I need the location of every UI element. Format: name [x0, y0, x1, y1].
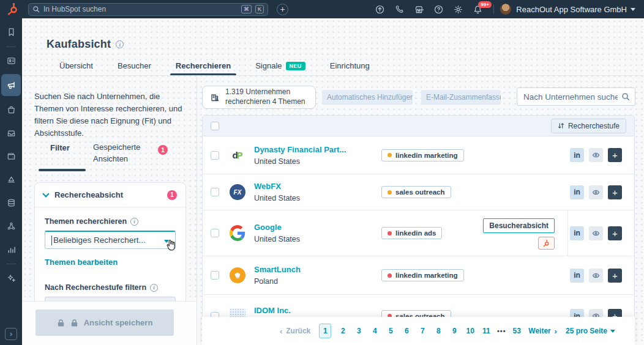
- reporting-chart-icon[interactable]: [2, 239, 20, 259]
- tab-uebersicht[interactable]: Übersicht: [59, 56, 93, 75]
- row-checkbox[interactable]: [211, 188, 219, 196]
- company-name-link[interactable]: Dynasty Financial Part...: [254, 145, 332, 154]
- add-company-button[interactable]: +: [608, 185, 622, 199]
- commerce-wallet-icon[interactable]: [2, 146, 20, 166]
- email-summary-button[interactable]: E-Mail-Zusammenfassung hinzuf: [421, 90, 501, 105]
- sidebar-divider: [6, 264, 16, 264]
- auto-add-button[interactable]: Automatisches Hinzufügen einric: [322, 90, 413, 105]
- linkedin-button[interactable]: in: [570, 148, 584, 162]
- data-database-icon[interactable]: [2, 193, 20, 212]
- stage-info-icon[interactable]: i: [150, 284, 158, 292]
- sidebar-expand-icon[interactable]: ›: [5, 328, 17, 340]
- page-6[interactable]: 6: [399, 327, 414, 335]
- hubspot-logo-icon[interactable]: [6, 2, 20, 16]
- account-name[interactable]: ReachOut App Software GmbH: [516, 5, 627, 14]
- page-1-active[interactable]: 1: [319, 324, 331, 338]
- table-row[interactable]: SmartLunch Poland linkedin marketing in …: [203, 256, 634, 295]
- page-7[interactable]: 7: [414, 327, 430, 335]
- company-name-link[interactable]: WebFX: [254, 182, 332, 191]
- marketing-megaphone-icon[interactable]: [1, 74, 21, 96]
- sidebar-divider: [6, 46, 16, 47]
- company-name-link[interactable]: Google: [254, 223, 332, 232]
- contacts-icon[interactable]: [2, 51, 20, 70]
- help-icon[interactable]: [429, 0, 448, 18]
- row-checkbox[interactable]: [211, 271, 219, 280]
- preview-eye-button[interactable]: [589, 226, 603, 240]
- upgrade-icon[interactable]: [370, 0, 389, 18]
- caret-down-icon: [610, 330, 615, 333]
- topics-info-icon[interactable]: i: [130, 218, 138, 226]
- page-3[interactable]: 3: [351, 327, 367, 335]
- page-8[interactable]: 8: [430, 327, 446, 335]
- table-row[interactable]: FX WebFX United States sales outreach in: [203, 174, 634, 210]
- filter-panel: Suchen Sie nach Unternehmen, die Themen …: [22, 76, 197, 345]
- card-header[interactable]: Rechercheabsicht 1: [35, 183, 185, 207]
- page-5[interactable]: 5: [383, 327, 399, 335]
- company-search-input[interactable]: [523, 92, 618, 102]
- page-10[interactable]: 10: [462, 327, 478, 335]
- pagination-back[interactable]: Zurück: [286, 327, 310, 335]
- add-company-button[interactable]: +: [608, 148, 622, 162]
- page-2[interactable]: 2: [335, 327, 351, 335]
- notifications-bell-icon[interactable]: 99+: [468, 0, 487, 18]
- settings-gear-icon[interactable]: [448, 0, 468, 18]
- prev-chevron-icon[interactable]: ‹: [276, 327, 286, 336]
- companies-summary-pill[interactable]: 1.319 Unternehmen recherchieren 4 Themen: [202, 86, 316, 109]
- panel-tab-filter[interactable]: Filter: [50, 143, 70, 152]
- add-company-button[interactable]: +: [608, 226, 622, 240]
- table-row[interactable]: Google United States linkedin ads Besuch…: [203, 210, 634, 256]
- bookmark-icon[interactable]: [2, 22, 20, 42]
- topic-tag: linkedin marketing: [381, 149, 464, 161]
- tab-besucher[interactable]: Besucher: [118, 56, 151, 75]
- linkedin-button[interactable]: in: [570, 226, 584, 240]
- linkedin-button[interactable]: in: [570, 185, 584, 199]
- per-page-selector[interactable]: 25 pro Seite: [566, 327, 615, 335]
- sort-recherchestufe-button[interactable]: Recherchestufe: [551, 119, 626, 133]
- preview-eye-button[interactable]: [589, 269, 603, 283]
- tab-einrichtung[interactable]: Einrichtung: [330, 56, 370, 75]
- network-share-icon[interactable]: [2, 216, 20, 236]
- preview-eye-button[interactable]: [589, 148, 603, 162]
- top-navigation-bar: ⌘ K +: [0, 0, 644, 18]
- page-11[interactable]: 11: [478, 327, 494, 335]
- marketplace-icon[interactable]: [409, 0, 429, 18]
- account-avatar[interactable]: [500, 4, 511, 15]
- save-view-button[interactable]: Ansicht speichern: [36, 310, 174, 336]
- ai-sparkle-icon[interactable]: [2, 268, 20, 288]
- preview-eye-button[interactable]: [589, 185, 603, 199]
- global-search-bar[interactable]: ⌘ K: [28, 3, 268, 16]
- panel-tab-saved-views[interactable]: Gespeicherte Ansichten: [93, 142, 149, 165]
- sales-bag-icon[interactable]: [2, 100, 20, 119]
- company-name-link[interactable]: IDOM Inc.: [254, 306, 332, 315]
- calls-icon[interactable]: [389, 0, 409, 18]
- edit-topics-link[interactable]: Themen bearbeiten: [45, 258, 118, 267]
- row-checkbox[interactable]: [211, 151, 219, 160]
- page-9[interactable]: 9: [446, 327, 462, 335]
- filter-tab-underline: [39, 169, 86, 171]
- automation-funnel-icon[interactable]: [2, 169, 20, 189]
- table-row[interactable]: dP Dynasty Financial Part... United Stat…: [203, 136, 634, 174]
- account-caret-icon[interactable]: [631, 8, 635, 11]
- card-title: Rechercheabsicht: [54, 190, 161, 199]
- topics-select[interactable]: Beliebiges Recherchert...: [45, 231, 176, 249]
- global-search-input[interactable]: [43, 5, 238, 13]
- company-name-link[interactable]: SmartLunch: [254, 265, 332, 274]
- notification-count-badge: 99+: [478, 1, 492, 8]
- company-logo: [230, 267, 245, 283]
- hubspot-sprocket-badge[interactable]: [538, 237, 555, 250]
- linkedin-button[interactable]: in: [570, 269, 584, 283]
- page-53[interactable]: 53: [509, 327, 525, 335]
- row-checkbox[interactable]: [211, 229, 219, 237]
- add-company-button[interactable]: +: [608, 269, 622, 283]
- tab-signale[interactable]: Signale NEU: [255, 56, 305, 75]
- quick-add-button[interactable]: +: [277, 4, 288, 15]
- next-chevron-icon[interactable]: ›: [551, 327, 561, 336]
- companies-table: Recherchestufe dP Dynasty Financial Part…: [202, 115, 635, 345]
- company-search-box[interactable]: [517, 87, 635, 106]
- page-title-info-icon[interactable]: i: [116, 40, 124, 48]
- page-4[interactable]: 4: [367, 327, 383, 335]
- service-inbox-icon[interactable]: [2, 123, 20, 143]
- select-all-checkbox[interactable]: [211, 122, 219, 130]
- pagination-next[interactable]: Weiter: [528, 327, 550, 335]
- tab-recherchieren[interactable]: Recherchieren: [176, 56, 231, 75]
